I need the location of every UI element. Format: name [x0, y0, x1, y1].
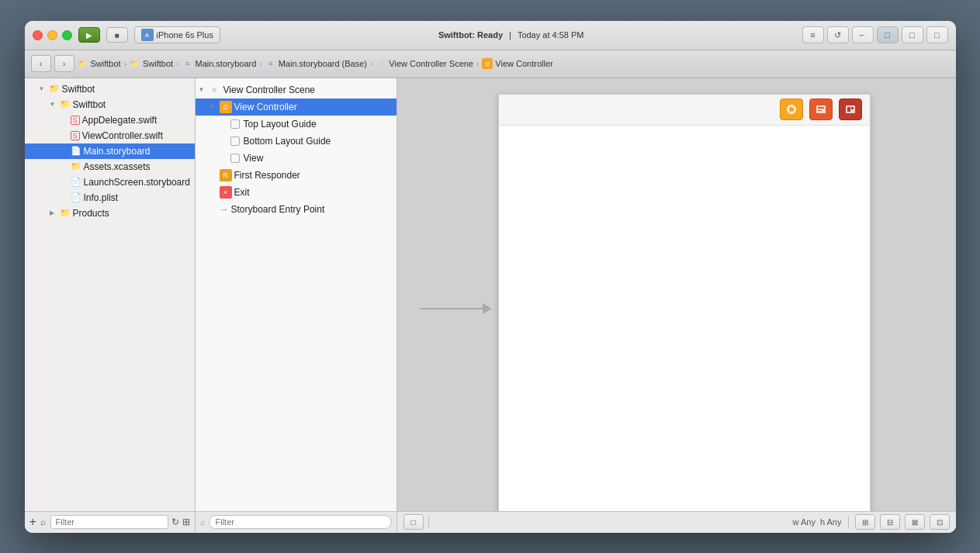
footer-btn-2[interactable]: ⊟ — [880, 514, 900, 530]
nav-item-swiftbot-group[interactable]: 📁 Swiftbot — [25, 81, 195, 97]
svg-rect-4 — [818, 110, 822, 111]
navigator-toggle-button[interactable]: □ — [877, 26, 899, 43]
nav-left-button[interactable]: ‹ — [31, 55, 51, 72]
storyboard-icon-main: 📄 — [71, 146, 81, 156]
scene-label-vc-scene: View Controller Scene — [223, 85, 316, 95]
bottom-layout-checkbox[interactable] — [230, 137, 240, 146]
breadcrumb-storyboard-label: Main.storyboard — [195, 59, 256, 68]
vc-toolbar-icon-2[interactable] — [809, 99, 833, 120]
nav-label-main-storyboard: Main.storyboard — [84, 146, 151, 157]
breadcrumb-base[interactable]: ≡ Main.storyboard (Base) — [265, 58, 367, 69]
scene-icon: ○ — [376, 58, 386, 69]
footer-sep-1 — [428, 516, 429, 528]
vc-icon: ⊙ — [482, 58, 493, 69]
vc-icon-svg-3 — [844, 103, 857, 116]
scene-label-view: View — [244, 153, 264, 164]
vc-icon-svg-2 — [815, 103, 827, 116]
folder-icon-2: 📁 — [130, 58, 140, 69]
scene-item-vc[interactable]: ⊙ View Controller — [196, 99, 397, 116]
breadcrumb-sep-2: › — [176, 60, 178, 68]
scene-item-exit[interactable]: × Exit — [196, 184, 397, 201]
scheme-label: iPhone 6s Plus — [157, 30, 213, 40]
utilities-toggle-button[interactable]: □ — [926, 26, 948, 43]
canvas-panel-toggle[interactable]: □ — [403, 514, 424, 530]
filter-options-button[interactable]: ⊞ — [182, 514, 190, 530]
nav-item-appdelegate[interactable]: S AppDelegate.swift — [25, 112, 195, 128]
triangle-swiftbot-sub — [50, 101, 57, 108]
search-button[interactable]: ⌕ — [40, 514, 47, 530]
nav-item-assets[interactable]: 📁 Assets.xcassets — [25, 159, 195, 175]
xcassets-icon: 📁 — [71, 161, 81, 171]
scene-item-first-responder[interactable]: R First Responder — [196, 167, 397, 184]
scene-item-view[interactable]: View — [196, 150, 397, 167]
nav-item-launch-storyboard[interactable]: 📄 LaunchScreen.storyboard — [25, 175, 195, 190]
nav-item-info-plist[interactable]: 📄 Info.plist — [25, 190, 195, 206]
breadcrumb: 📁 Swiftbot › 📁 Swiftbot › ≡ Main.storybo… — [78, 58, 950, 69]
nav-filter-input[interactable] — [50, 515, 168, 529]
footer-btn-1[interactable]: ⊞ — [855, 514, 875, 530]
scene-label-first-responder: First Responder — [234, 170, 300, 181]
stop-button[interactable]: ■ — [106, 27, 128, 43]
view-checkbox[interactable] — [230, 154, 240, 163]
scene-outline-footer: ⌕ — [196, 511, 397, 533]
nav-item-main-storyboard[interactable]: 📄 Main.storyboard — [25, 143, 195, 159]
nav-label-appdelegate: AppDelegate.swift — [82, 115, 158, 126]
breadcrumb-vc-scene[interactable]: ○ View Controller Scene — [376, 58, 473, 69]
entry-arrow — [421, 303, 492, 314]
editor-standard-button[interactable]: ≡ — [802, 26, 824, 43]
scene-item-bottom-layout[interactable]: Bottom Layout Guide — [196, 133, 397, 150]
nav-label-assets: Assets.xcassets — [84, 161, 151, 172]
scene-item-vc-scene[interactable]: ≡ View Controller Scene — [196, 81, 397, 99]
breadcrumb-sep-5: › — [476, 60, 479, 68]
add-file-button[interactable]: + — [29, 514, 37, 530]
footer-btn-4[interactable]: ⊡ — [930, 514, 950, 530]
breadcrumb-vc[interactable]: ⊙ View Controller — [482, 58, 552, 69]
scene-label-top-layout: Top Layout Guide — [244, 119, 317, 130]
editor-back-button[interactable]: ← — [852, 26, 874, 43]
footer-btn-3[interactable]: ⊠ — [905, 514, 925, 530]
scheme-selector[interactable]: A iPhone 6s Plus — [134, 26, 220, 43]
any-w: Any — [801, 517, 816, 527]
nav-item-products[interactable]: 📁 Products — [25, 206, 195, 221]
minimize-button[interactable] — [47, 30, 57, 40]
first-responder-icon: R — [220, 169, 232, 181]
exit-icon: × — [220, 186, 232, 199]
swift-icon-viewcontroller: S — [71, 131, 80, 140]
arrow-head — [483, 303, 492, 314]
vc-toolbar-icon-1[interactable] — [780, 99, 803, 120]
editor-refresh-button[interactable]: ↺ — [827, 26, 849, 43]
nav-right-button[interactable]: › — [54, 55, 74, 72]
breadcrumb-vc-scene-label: View Controller Scene — [389, 59, 473, 68]
nav-label-products: Products — [73, 208, 109, 219]
scene-item-entry-point[interactable]: → Storyboard Entry Point — [196, 201, 397, 218]
maximize-button[interactable] — [62, 30, 72, 40]
xcode-window: ▶ ■ A iPhone 6s Plus Swiftbot: Ready | T… — [25, 21, 956, 533]
filter-search-icon: ⌕ — [200, 517, 206, 527]
titlebar-right-buttons: ≡ ↺ ← □ □ □ — [802, 26, 948, 43]
nav-item-viewcontroller[interactable]: S ViewController.swift — [25, 128, 195, 143]
triangle-vc — [210, 103, 217, 110]
scheme-icon: A — [141, 29, 154, 41]
svg-rect-6 — [847, 107, 850, 112]
storyboard-icon-1: ≡ — [182, 58, 192, 69]
arrow-line — [421, 308, 483, 309]
scene-item-top-layout[interactable]: Top Layout Guide — [196, 116, 397, 133]
run-button[interactable]: ▶ — [78, 27, 100, 43]
top-layout-checkbox[interactable] — [230, 119, 240, 129]
triangle-vc-scene — [199, 86, 206, 93]
debug-toggle-button[interactable]: □ — [902, 26, 923, 43]
close-button[interactable] — [33, 30, 43, 40]
filter-recent-button[interactable]: ↻ — [171, 514, 179, 530]
nav-item-swiftbot-subgroup[interactable]: 📁 Swiftbot — [25, 97, 195, 112]
entry-point-icon: → — [220, 204, 229, 215]
traffic-lights — [33, 30, 72, 40]
breadcrumb-swiftbot-1[interactable]: 📁 Swiftbot — [78, 58, 121, 69]
vc-icon-svg-1 — [785, 103, 798, 116]
status-timestamp: Today at 4:58 PM — [518, 30, 584, 40]
vc-toolbar-icon-3[interactable] — [839, 99, 862, 120]
canvas-area[interactable]: □ w Any h Any ⊞ ⊟ ⊠ ⊡ — [397, 78, 956, 533]
scene-filter-input[interactable] — [209, 515, 392, 529]
breadcrumb-swiftbot-2[interactable]: 📁 Swiftbot — [130, 58, 173, 69]
scene-label-bottom-layout: Bottom Layout Guide — [244, 136, 331, 147]
breadcrumb-main-storyboard[interactable]: ≡ Main.storyboard — [182, 58, 256, 69]
